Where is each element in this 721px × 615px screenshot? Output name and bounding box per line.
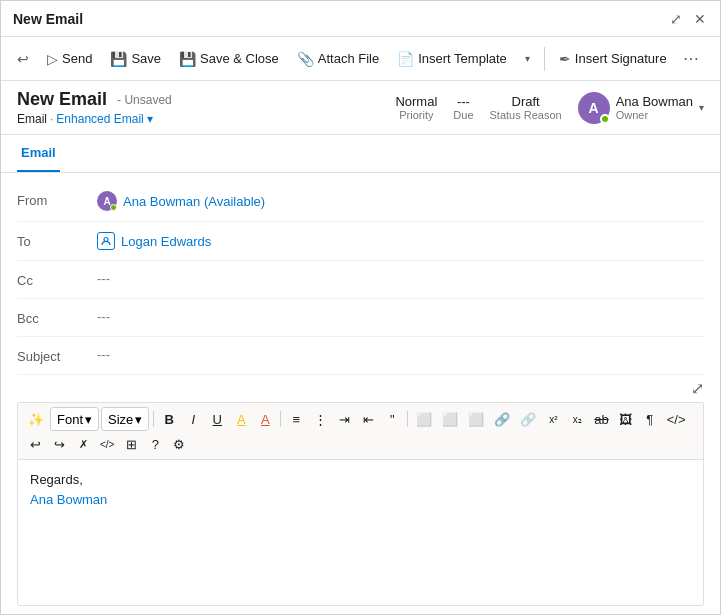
avatar-status-indicator bbox=[600, 114, 610, 124]
size-selector[interactable]: Size ▾ bbox=[101, 407, 149, 431]
superscript-button[interactable]: x² bbox=[542, 408, 564, 430]
editor-line-2: Ana Bowman bbox=[30, 490, 691, 510]
window-title: New Email bbox=[13, 11, 83, 27]
status-meta: Draft Status Reason bbox=[490, 94, 562, 121]
magic-wand-icon: ✨ bbox=[28, 412, 44, 427]
attach-file-button[interactable]: 📎 Attach File bbox=[289, 46, 387, 72]
numbered-list-button[interactable]: ⋮ bbox=[309, 408, 331, 430]
email-type-label: Email bbox=[17, 112, 47, 126]
to-label: To bbox=[17, 232, 97, 249]
template-dropdown-button[interactable]: ▾ bbox=[517, 48, 538, 69]
outdent-button[interactable]: ⇤ bbox=[357, 408, 379, 430]
rich-text-editor: ✨ Font ▾ Size ▾ B I U A A ≡ bbox=[17, 402, 704, 606]
title-controls: ⤢ ✕ bbox=[668, 11, 708, 27]
cc-field: Cc --- bbox=[17, 261, 704, 299]
close-icon[interactable]: ✕ bbox=[692, 11, 708, 27]
bcc-value[interactable]: --- bbox=[97, 309, 704, 324]
redo-button[interactable]: ↪ bbox=[48, 433, 70, 455]
info-bar-left: New Email - Unsaved Email · Enhanced Ema… bbox=[17, 89, 172, 126]
toolbar-more-button[interactable]: ⋯ bbox=[677, 44, 705, 73]
priority-meta: Normal Priority bbox=[395, 94, 437, 121]
enhanced-email-link[interactable]: Enhanced Email ▾ bbox=[56, 112, 152, 126]
settings-button[interactable]: ⚙ bbox=[168, 433, 190, 455]
subject-field: Subject --- bbox=[17, 337, 704, 375]
italic-button[interactable]: I bbox=[182, 408, 204, 430]
indent-icon: ⇥ bbox=[339, 412, 350, 427]
owner-avatar-wrap[interactable]: A Ana Bowman Owner ▾ bbox=[578, 92, 704, 124]
to-field: To Logan Edwards bbox=[17, 222, 704, 261]
superscript-icon: x² bbox=[549, 414, 557, 425]
font-selector[interactable]: Font ▾ bbox=[50, 407, 99, 431]
insert-link-button[interactable]: 🔗 bbox=[490, 408, 514, 430]
bcc-label: Bcc bbox=[17, 309, 97, 326]
expand-area: ⤢ bbox=[17, 375, 704, 402]
strikethrough-button[interactable]: ab bbox=[590, 408, 612, 430]
align-center-icon: ⬜ bbox=[442, 412, 458, 427]
paragraph-button[interactable]: ¶ bbox=[639, 408, 661, 430]
expand-icon[interactable]: ⤢ bbox=[691, 379, 704, 398]
font-color-icon: A bbox=[261, 412, 270, 427]
template-dropdown-arrow: ▾ bbox=[525, 53, 530, 64]
send-icon: ▷ bbox=[47, 51, 58, 67]
paragraph-icon: ¶ bbox=[646, 412, 653, 427]
highlight-button[interactable]: A bbox=[230, 408, 252, 430]
subtitle-row: Email · Enhanced Email ▾ bbox=[17, 112, 172, 126]
editor-line-1: Regards, bbox=[30, 470, 691, 490]
unlink-icon: 🔗 bbox=[520, 412, 536, 427]
font-dropdown-icon: ▾ bbox=[85, 412, 92, 427]
cc-value[interactable]: --- bbox=[97, 271, 704, 286]
subject-label: Subject bbox=[17, 347, 97, 364]
subscript-button[interactable]: x₂ bbox=[566, 408, 588, 430]
editor-content[interactable]: Regards, Ana Bowman bbox=[18, 460, 703, 605]
highlight-icon: A bbox=[237, 412, 246, 427]
magic-wand-button[interactable]: ✨ bbox=[24, 408, 48, 430]
redo-icon: ↪ bbox=[54, 437, 65, 452]
link-icon: 🔗 bbox=[494, 412, 510, 427]
source-button[interactable]: </> bbox=[663, 408, 690, 430]
font-color-button[interactable]: A bbox=[254, 408, 276, 430]
save-icon: 💾 bbox=[110, 51, 127, 67]
clear-format-button[interactable]: ✗ bbox=[72, 433, 94, 455]
align-left-button[interactable]: ⬜ bbox=[412, 408, 436, 430]
title-bar: New Email ⤢ ✕ bbox=[1, 1, 720, 37]
enhanced-chevron-icon: ▾ bbox=[147, 112, 153, 126]
back-button[interactable]: ↩ bbox=[9, 46, 37, 72]
underline-button[interactable]: U bbox=[206, 408, 228, 430]
indent-button[interactable]: ⇥ bbox=[333, 408, 355, 430]
email-window: New Email ⤢ ✕ ↩ ▷ Send 💾 Save 💾 Save & C… bbox=[0, 0, 721, 615]
undo-button[interactable]: ↩ bbox=[24, 433, 46, 455]
to-value[interactable]: Logan Edwards bbox=[97, 232, 704, 250]
html-button[interactable]: </> bbox=[96, 433, 118, 455]
insert-template-button[interactable]: 📄 Insert Template bbox=[389, 46, 515, 72]
from-value[interactable]: A Ana Bowman (Available) bbox=[97, 191, 704, 211]
send-button[interactable]: ▷ Send bbox=[39, 46, 100, 72]
source-icon: </> bbox=[667, 412, 686, 427]
bcc-field: Bcc --- bbox=[17, 299, 704, 337]
align-left-icon: ⬜ bbox=[416, 412, 432, 427]
bullet-list-button[interactable]: ≡ bbox=[285, 408, 307, 430]
align-right-button[interactable]: ⬜ bbox=[464, 408, 488, 430]
insert-signature-button[interactable]: ✒ Insert Signature bbox=[551, 46, 675, 72]
from-label: From bbox=[17, 191, 97, 208]
help-icon: ? bbox=[152, 437, 159, 452]
bold-button[interactable]: B bbox=[158, 408, 180, 430]
align-center-button[interactable]: ⬜ bbox=[438, 408, 462, 430]
title-bar-left: New Email bbox=[13, 11, 83, 27]
save-close-button[interactable]: 💾 Save & Close bbox=[171, 46, 287, 72]
undo-icon: ↩ bbox=[30, 437, 41, 452]
help-button[interactable]: ? bbox=[144, 433, 166, 455]
numbered-list-icon: ⋮ bbox=[314, 412, 327, 427]
popout-icon[interactable]: ⤢ bbox=[668, 11, 684, 27]
et-sep-2 bbox=[280, 411, 281, 427]
owner-chevron-icon: ▾ bbox=[699, 102, 704, 113]
unlink-button[interactable]: 🔗 bbox=[516, 408, 540, 430]
blockquote-button[interactable]: " bbox=[381, 408, 403, 430]
editor-toolbar: ✨ Font ▾ Size ▾ B I U A A ≡ bbox=[18, 403, 703, 460]
save-button[interactable]: 💾 Save bbox=[102, 46, 169, 72]
subject-value[interactable]: --- bbox=[97, 347, 704, 362]
table-button[interactable]: ⊞ bbox=[120, 433, 142, 455]
insert-image-button[interactable]: 🖼 bbox=[615, 408, 637, 430]
et-sep-1 bbox=[153, 411, 154, 427]
save-close-icon: 💾 bbox=[179, 51, 196, 67]
tab-email[interactable]: Email bbox=[17, 135, 60, 172]
